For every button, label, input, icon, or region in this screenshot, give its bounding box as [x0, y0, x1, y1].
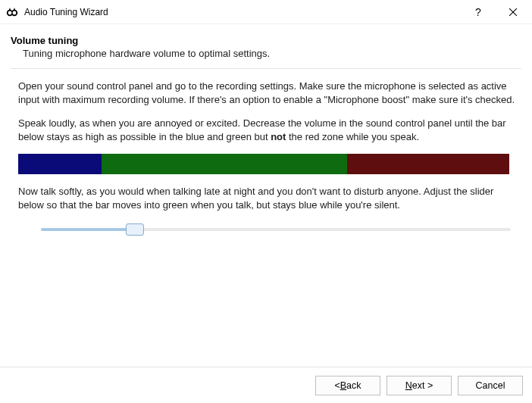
- close-icon: [509, 8, 517, 16]
- slider-fill: [41, 228, 135, 231]
- next-button[interactable]: Next >: [386, 376, 452, 395]
- wizard-footer: < Back Next > Cancel: [0, 367, 532, 403]
- instruction-para-2: Speak loudly, as when you are annoyed or…: [18, 117, 518, 143]
- cancel-label: Cancel: [476, 380, 505, 391]
- back-rest: ack: [346, 380, 361, 391]
- titlebar: Audio Tuning Wizard ?: [0, 0, 532, 24]
- back-prefix: <: [334, 380, 340, 391]
- meter-segment-green: [102, 154, 347, 174]
- help-button[interactable]: ?: [461, 1, 496, 23]
- para2-bold: not: [271, 131, 286, 142]
- close-button[interactable]: [496, 1, 530, 23]
- app-icon: [6, 6, 18, 18]
- slider-thumb[interactable]: [126, 223, 144, 236]
- back-mnemonic: B: [340, 380, 346, 391]
- para2-after: the red zone while you speak.: [286, 131, 419, 142]
- meter-segment-red: [347, 154, 509, 174]
- volume-meter: [18, 154, 509, 174]
- page-subheading: Tuning microphone hardware volume to opt…: [23, 48, 521, 59]
- window-title: Audio Tuning Wizard: [24, 7, 461, 17]
- content-area: Volume tuning Tuning microphone hardware…: [0, 24, 532, 239]
- next-mnemonic: N: [405, 380, 412, 391]
- help-icon: ?: [475, 6, 481, 18]
- cancel-button[interactable]: Cancel: [458, 376, 523, 395]
- instruction-para-1: Open your sound control panel and go to …: [18, 80, 518, 106]
- amplification-slider[interactable]: [41, 222, 511, 239]
- para2-before: Speak loudly, as when you are annoyed or…: [18, 117, 506, 142]
- page-heading: Volume tuning: [11, 35, 521, 46]
- back-button[interactable]: < Back: [315, 376, 380, 395]
- svg-point-2: [8, 11, 12, 14]
- meter-segment-blue: [18, 154, 102, 174]
- next-rest: ext >: [412, 380, 433, 391]
- svg-point-3: [13, 11, 17, 14]
- instruction-para-3: Now talk softly, as you would when talki…: [18, 185, 518, 211]
- divider: [11, 68, 521, 69]
